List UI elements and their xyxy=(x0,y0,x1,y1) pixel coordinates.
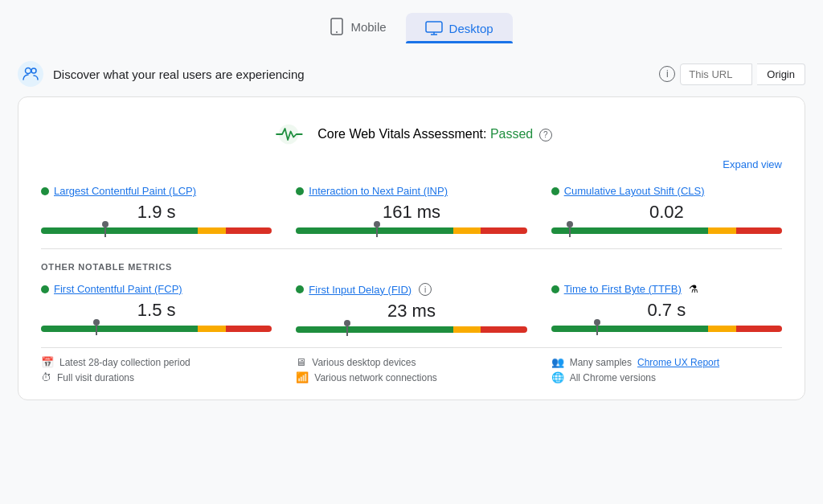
desktop-icon xyxy=(425,21,443,35)
metric-ttfb-label-row: Time to First Byte (TTFB) ⚗ xyxy=(551,283,782,295)
metric-cls-label-row: Cumulative Layout Shift (CLS) xyxy=(551,185,782,197)
chrome-ux-link[interactable]: Chrome UX Report xyxy=(637,357,719,368)
origin-button[interactable]: Origin xyxy=(757,64,805,85)
core-metrics-grid: Largest Contentful Paint (LCP) 1.9 s Int… xyxy=(41,185,782,234)
other-metrics-grid: First Contentful Paint (FCP) 1.5 s First… xyxy=(41,283,782,333)
inp-bar-track xyxy=(296,227,526,234)
fid-value: 23 ms xyxy=(296,301,526,322)
cls-value: 0.02 xyxy=(551,202,782,223)
footer-visit-text: Full visit durations xyxy=(57,372,134,383)
tab-bar: Mobile Desktop xyxy=(310,0,512,43)
footer-chrome-versions: 🌐 All Chrome versions xyxy=(551,371,782,383)
metrics-divider xyxy=(41,248,782,249)
chrome-icon: 🌐 xyxy=(551,371,564,383)
fcp-bar xyxy=(41,326,272,332)
lcp-label[interactable]: Largest Contentful Paint (LCP) xyxy=(54,185,196,197)
ttfb-flask-icon: ⚗ xyxy=(689,283,698,295)
fcp-bar-green xyxy=(41,326,198,332)
fcp-status-dot xyxy=(41,285,49,293)
cls-bar-green xyxy=(551,227,708,234)
cls-bar-track xyxy=(551,227,782,234)
users-footer-icon: 👥 xyxy=(551,356,564,368)
fid-bar-orange xyxy=(453,326,481,333)
tab-mobile[interactable]: Mobile xyxy=(310,10,405,43)
svg-point-1 xyxy=(336,31,338,33)
tab-desktop[interactable]: Desktop xyxy=(406,13,513,43)
lcp-status-dot xyxy=(41,187,49,195)
fid-bar-red xyxy=(481,326,526,333)
header-right: i Origin xyxy=(659,64,805,85)
footer-col-1: 📅 Latest 28-day collection period ⏱ Full… xyxy=(41,356,272,383)
inp-bar-orange xyxy=(453,227,481,234)
svg-point-5 xyxy=(26,68,31,74)
cls-bar-indicator xyxy=(569,224,571,237)
fcp-bar-red xyxy=(226,326,272,332)
metric-cls: Cumulative Layout Shift (CLS) 0.02 xyxy=(551,185,782,234)
lcp-bar xyxy=(41,227,272,234)
metric-inp-label-row: Interaction to Next Paint (INP) xyxy=(296,185,526,197)
inp-bar xyxy=(296,227,526,234)
ttfb-bar-red xyxy=(736,326,782,332)
metric-fcp: First Contentful Paint (FCP) 1.5 s xyxy=(41,283,272,333)
lcp-bar-indicator xyxy=(104,224,106,237)
metric-fid-label-row: First Input Delay (FID) i xyxy=(296,283,526,296)
calendar-icon: 📅 xyxy=(41,356,54,368)
timer-icon: ⏱ xyxy=(41,371,51,383)
metric-lcp-label-row: Largest Contentful Paint (LCP) xyxy=(41,185,272,197)
inp-label[interactable]: Interaction to Next Paint (INP) xyxy=(309,185,448,197)
lcp-bar-red xyxy=(226,227,272,234)
cls-label[interactable]: Cumulative Layout Shift (CLS) xyxy=(564,185,705,197)
ttfb-status-dot xyxy=(551,285,559,293)
fid-info-icon[interactable]: i xyxy=(419,283,432,296)
fcp-bar-track xyxy=(41,326,272,332)
footer-chrome-text: All Chrome versions xyxy=(570,372,656,383)
footer-col-2: 🖥 Various desktop devices 📶 Various netw… xyxy=(296,356,526,383)
footer-desktop-text: Various desktop devices xyxy=(312,357,416,368)
lcp-bar-green xyxy=(41,227,198,234)
footer-visit-durations: ⏱ Full visit durations xyxy=(41,371,272,383)
cwv-info-icon[interactable]: ? xyxy=(539,129,552,141)
footer-collection-text: Latest 28-day collection period xyxy=(59,357,190,368)
footer-samples: 👥 Many samples Chrome UX Report xyxy=(551,356,782,368)
footer-collection-period: 📅 Latest 28-day collection period xyxy=(41,356,272,368)
header-row: Discover what your real users are experi… xyxy=(18,53,805,96)
metric-fcp-label-row: First Contentful Paint (FCP) xyxy=(41,283,272,295)
fid-label[interactable]: First Input Delay (FID) xyxy=(309,284,412,296)
ttfb-bar-track xyxy=(551,326,782,332)
fcp-bar-indicator xyxy=(96,322,97,335)
cls-bar-orange xyxy=(708,227,735,234)
cls-status-dot xyxy=(551,187,559,195)
other-metrics-label: OTHER NOTABLE METRICS xyxy=(41,262,782,272)
ttfb-bar-indicator xyxy=(596,322,598,335)
footer-network: 📶 Various network connections xyxy=(296,371,526,383)
fid-bar xyxy=(296,326,526,333)
metric-fid: First Input Delay (FID) i 23 ms xyxy=(296,283,526,333)
header-left: Discover what your real users are experi… xyxy=(18,61,305,87)
fid-bar-indicator xyxy=(346,323,348,336)
tab-mobile-label: Mobile xyxy=(350,20,386,34)
inp-value: 161 ms xyxy=(296,202,526,223)
cls-bar-red xyxy=(736,227,782,234)
ttfb-bar-orange xyxy=(708,326,735,332)
lcp-value: 1.9 s xyxy=(41,202,272,223)
header-info-icon[interactable]: i xyxy=(659,66,675,82)
svg-rect-2 xyxy=(426,22,442,32)
ttfb-label[interactable]: Time to First Byte (TTFB) xyxy=(564,283,682,295)
fid-bar-green xyxy=(296,326,452,333)
url-input[interactable] xyxy=(680,64,752,85)
expand-view-link[interactable]: Expand view xyxy=(41,158,782,170)
inp-status-dot xyxy=(296,187,304,195)
footer-samples-text: Many samples xyxy=(570,357,632,368)
fid-bar-track xyxy=(296,326,526,333)
inp-bar-indicator xyxy=(376,224,378,237)
ttfb-bar xyxy=(551,326,782,332)
svg-point-6 xyxy=(31,68,36,73)
main-card: Core Web Vitals Assessment: Passed ? Exp… xyxy=(18,96,805,400)
mobile-icon xyxy=(330,18,344,35)
cwv-header: Core Web Vitals Assessment: Passed ? xyxy=(41,117,782,152)
fcp-label[interactable]: First Contentful Paint (FCP) xyxy=(54,283,182,295)
footer-grid: 📅 Latest 28-day collection period ⏱ Full… xyxy=(41,347,782,383)
monitor-icon: 🖥 xyxy=(296,356,306,368)
footer-network-text: Various network connections xyxy=(314,372,437,383)
fcp-value: 1.5 s xyxy=(41,300,272,321)
